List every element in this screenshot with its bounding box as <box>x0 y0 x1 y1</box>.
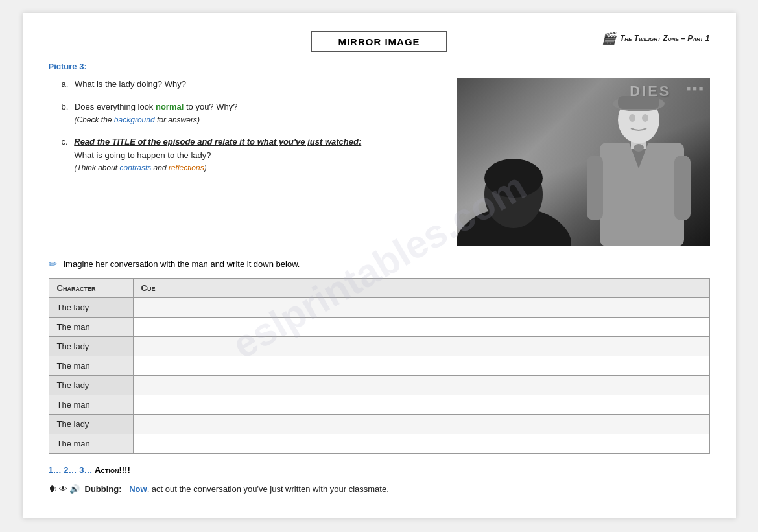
character-cell: The man <box>49 356 133 376</box>
character-cell: The man <box>49 318 133 337</box>
action-text: Action!!!! <box>95 465 130 475</box>
table-row: The man <box>49 356 709 376</box>
question-c: c. Read the TITLE of the episode and rel… <box>62 135 444 175</box>
svg-rect-12 <box>587 156 603 220</box>
page: eslprintables.com MIRROR IMAGE 🎬 The Twi… <box>23 13 736 518</box>
cue-cell[interactable] <box>133 356 709 376</box>
table-row: The man <box>49 395 709 415</box>
cue-cell[interactable] <box>133 434 709 454</box>
svg-point-10 <box>642 114 648 122</box>
cue-cell[interactable] <box>133 318 709 337</box>
cue-cell[interactable] <box>133 298 709 318</box>
question-c-underline: Read the TITLE of the episode and relate… <box>74 137 361 146</box>
table-row: The lady <box>49 298 709 318</box>
scene-image: DIES <box>457 78 710 246</box>
question-b-text2: to you? Why? <box>186 102 238 111</box>
speech-icon: 🗣 <box>49 484 57 494</box>
character-cell: The man <box>49 395 133 415</box>
svg-point-11 <box>634 144 644 152</box>
character-cell: The lady <box>49 298 133 318</box>
svg-rect-13 <box>674 156 691 220</box>
question-a-text: What is the lady doing? Why? <box>75 79 186 89</box>
character-cell: The lady <box>49 337 133 356</box>
clapperboard-icon: 🎬 <box>602 31 616 45</box>
question-b-note: (Check the background for answers) <box>75 114 444 126</box>
table-row: The lady <box>49 376 709 395</box>
questions-section: a. What is the lady doing? Why? b. Does … <box>49 78 444 246</box>
character-cell: The man <box>49 434 133 454</box>
svg-point-9 <box>629 114 635 122</box>
svg-point-2 <box>484 159 543 198</box>
dubbing-rest: , act out the conversation you've just w… <box>147 484 389 494</box>
question-b-text: Does everything look <box>75 102 156 111</box>
pencil-icon: ✏ <box>49 258 57 270</box>
content-row: a. What is the lady doing? Why? b. Does … <box>49 78 710 246</box>
table-row: The man <box>49 434 709 454</box>
series-text: The Twilight Zone – Part 1 <box>620 34 710 43</box>
svg-rect-8 <box>618 96 659 109</box>
left-figure <box>457 78 571 246</box>
dubbing-icons: 🗣 👁 🔊 <box>49 484 80 494</box>
dubbing-now: Now <box>129 484 147 494</box>
right-figure <box>574 78 704 246</box>
highlight-background: background <box>114 115 155 124</box>
table-header-row: Character Cue <box>49 279 709 298</box>
dubbing-label: Dubbing: <box>85 484 122 494</box>
table-row: The lady <box>49 415 709 434</box>
instruction-row: ✏ Imagine her conversation with the man … <box>49 258 710 270</box>
eye-icon: 👁 <box>59 484 67 494</box>
header: MIRROR IMAGE 🎬 The Twilight Zone – Part … <box>49 31 710 52</box>
cue-cell[interactable] <box>133 395 709 415</box>
highlight-reflections: reflections <box>169 163 204 172</box>
table-row: The lady <box>49 337 709 356</box>
character-cell: The lady <box>49 376 133 395</box>
instruction-text: Imagine her conversation with the man an… <box>64 259 300 269</box>
character-cell: The lady <box>49 415 133 434</box>
action-label: 1… 2… 3… <box>49 465 95 475</box>
dubbing-row: 🗣 👁 🔊 Dubbing: Now, act out the conversa… <box>49 484 710 494</box>
col-header-cue: Cue <box>133 279 709 298</box>
question-c-note: (Think about contrasts and reflections) <box>75 162 444 174</box>
col-header-character: Character <box>49 279 133 298</box>
cue-cell[interactable] <box>133 415 709 434</box>
cue-cell[interactable] <box>133 337 709 356</box>
action-section: 1… 2… 3… Action!!!! <box>49 465 710 475</box>
dubbing-text: Now, act out the conversation you've jus… <box>127 484 389 494</box>
bg-detail: ■ ■ ■ <box>686 84 703 92</box>
series-label: 🎬 The Twilight Zone – Part 1 <box>602 31 710 45</box>
highlight-normal: normal <box>156 102 184 111</box>
picture-label: Picture 3: <box>49 62 710 71</box>
cue-cell[interactable] <box>133 376 709 395</box>
question-b: b. Does everything look normal to you? W… <box>62 100 444 126</box>
question-c-text: What is going to happen to the lady? <box>75 149 211 163</box>
page-title: MIRROR IMAGE <box>311 31 447 52</box>
conversation-table: Character Cue The ladyThe manThe ladyThe… <box>49 278 710 454</box>
ear-icon: 🔊 <box>69 484 80 494</box>
highlight-contrasts: contrasts <box>120 163 152 172</box>
scene-background: DIES <box>457 78 710 246</box>
question-a: a. What is the lady doing? Why? <box>62 78 444 91</box>
table-row: The man <box>49 318 709 337</box>
